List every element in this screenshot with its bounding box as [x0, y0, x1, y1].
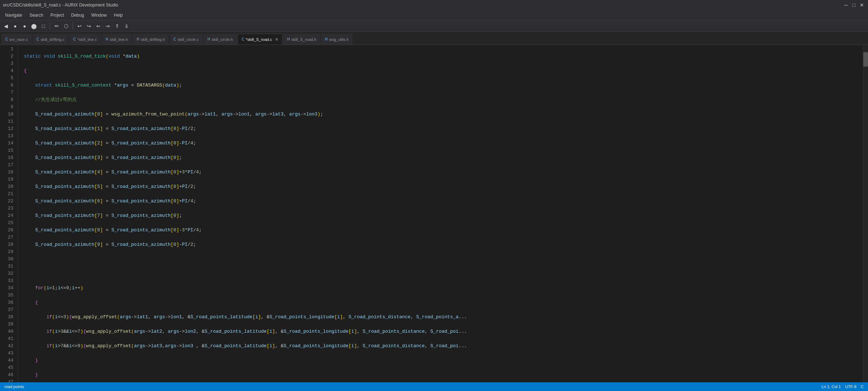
- scrollbar-right[interactable]: [863, 45, 868, 382]
- tab-label-1: srv_race.c: [9, 37, 28, 42]
- ln-46: 46: [3, 371, 13, 379]
- ln-6: 6: [3, 82, 13, 89]
- tab-skill-circle-c[interactable]: C skill_circle.c: [170, 34, 203, 45]
- tab-wsg-utils-h[interactable]: H wsg_utils.h: [321, 34, 353, 45]
- tab-label-2: skill_drifting.c: [41, 37, 64, 42]
- toolbar-btn-3[interactable]: ●: [20, 22, 29, 30]
- toolbar-btn-5[interactable]: □: [39, 22, 48, 30]
- tab-icon-5: H: [137, 37, 139, 41]
- tab-icon-10: H: [325, 37, 328, 41]
- ln-43: 43: [3, 350, 13, 357]
- ln-41: 41: [3, 335, 13, 342]
- code-line-10: S_road_points_azimuth[5] = S_road_points…: [24, 183, 863, 190]
- ln-25: 25: [3, 219, 13, 227]
- code-line-9: S_road_points_azimuth[4] = S_road_points…: [24, 169, 863, 176]
- toolbar-btn-11[interactable]: ⇒: [103, 22, 112, 30]
- tab-icon-8: C: [242, 37, 244, 41]
- code-line-14: S_road_points_azimuth[9] = S_road_points…: [24, 241, 863, 248]
- code-line-23: }: [24, 371, 863, 379]
- code-line-6: S_road_points_azimuth[1] = S_road_points…: [24, 125, 863, 133]
- tab-label-3: *skill_line.c: [77, 37, 97, 42]
- ln-45: 45: [3, 364, 13, 371]
- code-line-12: S_road_points_azimuth[7] = S_road_points…: [24, 212, 863, 219]
- status-bar: road points Ln 1, Col 1 UTF-8 C: [0, 382, 868, 391]
- ln-47: 47: [3, 379, 13, 382]
- toolbar-btn-9[interactable]: ↪: [85, 22, 93, 30]
- tab-icon-2: C: [37, 37, 39, 41]
- ln-17: 17: [3, 161, 13, 169]
- ln-20: 20: [3, 183, 13, 190]
- tab-skill-drifting-h[interactable]: H skill_drifting.h: [133, 34, 169, 45]
- tab-icon-9: H: [287, 37, 290, 41]
- menu-help[interactable]: Help: [110, 11, 127, 19]
- title-bar: src/CSDC/skills/skill_S_road.c - AURIX D…: [0, 0, 868, 10]
- ln-29: 29: [3, 248, 13, 256]
- ln-38: 38: [3, 314, 13, 321]
- code-line-18: {: [24, 299, 863, 306]
- maximize-button[interactable]: □: [851, 2, 857, 8]
- tab-skill-line-c[interactable]: C *skill_line.c: [69, 34, 101, 45]
- ln-26: 26: [3, 227, 13, 234]
- ln-34: 34: [3, 285, 13, 292]
- minimize-button[interactable]: ─: [843, 2, 849, 8]
- code-line-3: struct skill_S_road_context *args = DATA…: [24, 82, 863, 89]
- code-line-5: S_road_points_azimuth[0] = wsg_azimuth_f…: [24, 111, 863, 118]
- code-line-4: //先生成过s弯的点: [24, 96, 863, 104]
- tab-icon-1: C: [5, 37, 8, 41]
- code-area[interactable]: static void skill_S_road_tick(void *data…: [18, 45, 863, 382]
- ln-39: 39: [3, 321, 13, 328]
- ln-9: 9: [3, 104, 13, 111]
- menu-debug[interactable]: Debug: [68, 11, 88, 19]
- ln-32: 32: [3, 270, 13, 277]
- ln-1: 1: [3, 46, 13, 53]
- tab-label-7: skill_circle.h: [212, 37, 233, 42]
- menu-navigate[interactable]: Navigate: [1, 11, 26, 19]
- sep-2: [73, 22, 73, 30]
- toolbar-btn-8[interactable]: ↩: [75, 22, 84, 30]
- ln-40: 40: [3, 328, 13, 335]
- ln-37: 37: [3, 306, 13, 314]
- toolbar-btn-7[interactable]: ⬡: [62, 22, 71, 30]
- toolbar-btn-4[interactable]: ⬤: [30, 22, 38, 30]
- tab-icon-3: C: [73, 37, 76, 41]
- tab-label-5: skill_drifting.h: [141, 37, 165, 42]
- tab-srv-race[interactable]: C srv_race.c: [1, 34, 32, 45]
- ln-36: 36: [3, 299, 13, 306]
- toolbar-btn-13[interactable]: ⇓: [122, 22, 131, 30]
- tab-icon-4: H: [106, 37, 108, 41]
- close-button[interactable]: ✕: [859, 2, 865, 8]
- ln-4: 4: [3, 67, 13, 75]
- ln-42: 42: [3, 342, 13, 350]
- code-line-21: if(i>7&&i<=9){wsg_apply_offset(args->lat…: [24, 342, 863, 350]
- toolbar-btn-2[interactable]: ●: [11, 22, 20, 30]
- ln-18: 18: [3, 169, 13, 176]
- tab-skill-circle-h[interactable]: H skill_circle.h: [204, 34, 237, 45]
- menu-search[interactable]: Search: [26, 11, 47, 19]
- tab-skill-s-road-h[interactable]: H skill_S_road.h: [283, 34, 320, 45]
- status-road-points: road points: [4, 384, 24, 389]
- title-bar-controls[interactable]: ─ □ ✕: [843, 2, 865, 8]
- tab-icon-6: C: [174, 37, 176, 41]
- code-line-17: for(i=1;i<=9;i++): [24, 285, 863, 292]
- menu-window[interactable]: Window: [88, 11, 110, 19]
- status-lang: C: [861, 384, 864, 389]
- menu-project[interactable]: Project: [47, 11, 67, 19]
- tab-skill-drifting-c[interactable]: C skill_drifting.c: [33, 34, 68, 45]
- ln-19: 19: [3, 176, 13, 183]
- toolbar-btn-10[interactable]: ⇐: [94, 22, 103, 30]
- ln-21: 21: [3, 190, 13, 198]
- tab-label-10: wsg_utils.h: [329, 37, 349, 42]
- code-line-16: [24, 270, 863, 277]
- toolbar-btn-1[interactable]: ◀: [1, 22, 10, 30]
- tab-skill-line-h[interactable]: H skill_line.h: [102, 34, 132, 45]
- code-line-22: }: [24, 357, 863, 364]
- tab-skill-s-road-c[interactable]: C *skill_S_road.c ✕: [238, 34, 282, 45]
- toolbar-btn-12[interactable]: ⇑: [113, 22, 122, 30]
- status-left: road points: [4, 384, 24, 389]
- ln-35: 35: [3, 292, 13, 299]
- code-line-1: static void skill_S_road_tick(void *data…: [24, 53, 863, 60]
- ln-30: 30: [3, 256, 13, 263]
- toolbar-btn-6[interactable]: ✏: [52, 22, 61, 30]
- code-line-15: [24, 256, 863, 263]
- tab-close-8[interactable]: ✕: [275, 37, 278, 42]
